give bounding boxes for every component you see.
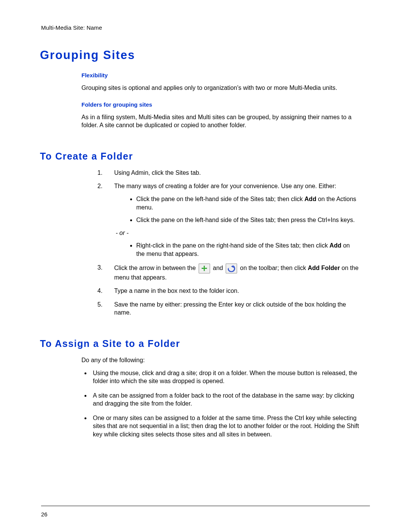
step-2: 2. The many ways of creating a folder ar… (97, 182, 362, 258)
step-5: 5. Save the name by either: pressing the… (97, 300, 362, 317)
step-3: 3. Click the arrow in between the and on… (97, 264, 362, 282)
heading-grouping-sites: Grouping Sites (40, 48, 370, 62)
heading-assign-site: To Assign a Site to a Folder (40, 338, 370, 349)
step-4: 4. Type a name in the box next to the fo… (97, 287, 362, 295)
assign-bullet-1: Using the mouse, click and drag a site; … (91, 369, 362, 385)
breadcrumb: Multi-Media Site: Name (41, 24, 370, 31)
subtitle-flexibility: Flexibility (81, 72, 370, 78)
create-steps-list: 1. Using Admin, click the Sites tab. 2. … (97, 169, 362, 317)
page-number: 26 (41, 511, 48, 518)
assign-bullet-3: One or many sites can be assigned to a f… (91, 414, 362, 439)
assign-bullets-list: Using the mouse, click and drag a site; … (91, 369, 362, 439)
step-4-text: Type a name in the box next to the folde… (114, 288, 239, 294)
step-2-bullet-1: Click the pane on the left-hand side of … (136, 195, 362, 211)
step-2-sublist: Click the pane on the left-hand side of … (136, 195, 362, 224)
para-flexibility: Grouping sites is optional and applies o… (81, 84, 362, 92)
step-2-bullet-3: Right-click in the pane on the right-han… (136, 241, 362, 258)
or-divider: - or - (116, 229, 362, 237)
step-2-text: The many ways of creating a folder are f… (114, 183, 336, 189)
heading-create-folder: To Create a Folder (40, 151, 370, 162)
assign-bullet-2: A site can be assigned from a folder bac… (91, 391, 362, 408)
step-1-text: Using Admin, click the Sites tab. (114, 169, 201, 176)
refresh-icon (226, 264, 237, 273)
para-folders: As in a filing system, Multi-Media sites… (81, 113, 362, 129)
step-5-text: Save the name by either: pressing the En… (114, 301, 346, 316)
step-2-bullet-2: Click the pane on the left-hand side of … (136, 216, 362, 224)
footer-divider (41, 506, 370, 506)
plus-icon (199, 264, 210, 273)
step-2-sublist-2: Right-click in the pane on the right-han… (136, 241, 362, 258)
step-1: 1. Using Admin, click the Sites tab. (97, 169, 362, 177)
subtitle-folders: Folders for grouping sites (81, 101, 370, 108)
assign-intro: Do any of the following: (81, 356, 362, 364)
